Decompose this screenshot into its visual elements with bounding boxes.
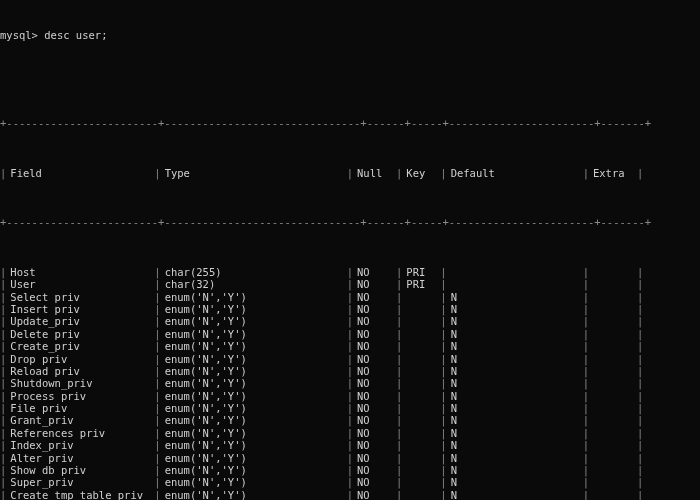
cell-extra: [589, 427, 637, 439]
cell-type: enum('N','Y'): [161, 340, 347, 352]
cell-extra: [589, 476, 637, 488]
cell-null: NO: [353, 427, 396, 439]
cell-default: N: [447, 340, 583, 352]
table-row: |Show_db_priv|enum('N','Y')|NO||N||: [0, 464, 700, 476]
table-row: |Insert_priv|enum('N','Y')|NO||N||: [0, 303, 700, 315]
table-row: |Create_priv|enum('N','Y')|NO||N||: [0, 340, 700, 352]
cell-key: [402, 489, 440, 500]
col-default: Default: [447, 167, 583, 179]
cell-extra: [589, 266, 637, 278]
describe-output-table: +------------------------+--------------…: [0, 80, 700, 500]
cell-default: [447, 278, 583, 290]
table-row: |Delete_priv|enum('N','Y')|NO||N||: [0, 328, 700, 340]
cell-default: N: [447, 489, 583, 500]
cell-type: enum('N','Y'): [161, 464, 347, 476]
cell-field: Delete_priv: [6, 328, 154, 340]
cell-default: N: [447, 464, 583, 476]
cell-null: NO: [353, 315, 396, 327]
col-type: Type: [161, 167, 347, 179]
cell-extra: [589, 315, 637, 327]
cell-key: [402, 464, 440, 476]
cell-key: [402, 340, 440, 352]
cell-extra: [589, 464, 637, 476]
cell-default: N: [447, 365, 583, 377]
cell-type: enum('N','Y'): [161, 303, 347, 315]
cell-type: enum('N','Y'): [161, 377, 347, 389]
table-row: |Process_priv|enum('N','Y')|NO||N||: [0, 390, 700, 402]
cell-field: Host: [6, 266, 154, 278]
cell-field: References_priv: [6, 427, 154, 439]
cell-extra: [589, 402, 637, 414]
table-row: |Drop_priv|enum('N','Y')|NO||N||: [0, 353, 700, 365]
cell-null: NO: [353, 365, 396, 377]
cell-null: NO: [353, 439, 396, 451]
cell-field: File_priv: [6, 402, 154, 414]
cell-extra: [589, 291, 637, 303]
cell-field: Reload_priv: [6, 365, 154, 377]
cell-key: [402, 315, 440, 327]
table-row: |Select_priv|enum('N','Y')|NO||N||: [0, 291, 700, 303]
cell-default: N: [447, 427, 583, 439]
cell-key: [402, 390, 440, 402]
cell-field: Show_db_priv: [6, 464, 154, 476]
table-row: |Host|char(255)|NO|PRI|||: [0, 266, 700, 278]
cell-null: NO: [353, 464, 396, 476]
cell-default: [447, 266, 583, 278]
table-header: | Field| Type| Null| Key| Default| Extra…: [0, 167, 700, 179]
table-row: |User|char(32)|NO|PRI|||: [0, 278, 700, 290]
cell-field: Grant_priv: [6, 414, 154, 426]
col-field: Field: [6, 167, 154, 179]
cell-field: Insert_priv: [6, 303, 154, 315]
cell-null: NO: [353, 303, 396, 315]
table-row: |Update_priv|enum('N','Y')|NO||N||: [0, 315, 700, 327]
cell-null: NO: [353, 377, 396, 389]
table-row: |Create_tmp_table_priv|enum('N','Y')|NO|…: [0, 489, 700, 500]
cell-null: NO: [353, 452, 396, 464]
cell-null: NO: [353, 489, 396, 500]
cell-default: N: [447, 402, 583, 414]
cell-extra: [589, 414, 637, 426]
cell-extra: [589, 390, 637, 402]
cell-extra: [589, 353, 637, 365]
cell-type: enum('N','Y'): [161, 414, 347, 426]
cell-type: enum('N','Y'): [161, 291, 347, 303]
cell-default: N: [447, 439, 583, 451]
cell-type: enum('N','Y'): [161, 452, 347, 464]
cell-null: NO: [353, 291, 396, 303]
cell-key: [402, 365, 440, 377]
cell-extra: [589, 489, 637, 500]
cell-default: N: [447, 303, 583, 315]
cell-type: enum('N','Y'): [161, 439, 347, 451]
cell-extra: [589, 452, 637, 464]
cell-key: [402, 377, 440, 389]
cell-field: Create_tmp_table_priv: [6, 489, 154, 500]
cell-key: [402, 452, 440, 464]
cell-key: PRI: [402, 266, 440, 278]
cell-extra: [589, 278, 637, 290]
cell-null: NO: [353, 402, 396, 414]
cell-type: enum('N','Y'): [161, 390, 347, 402]
cell-default: N: [447, 414, 583, 426]
cell-null: NO: [353, 353, 396, 365]
cell-type: enum('N','Y'): [161, 328, 347, 340]
cell-key: [402, 476, 440, 488]
cell-type: enum('N','Y'): [161, 427, 347, 439]
cell-key: [402, 328, 440, 340]
cell-field: Create_priv: [6, 340, 154, 352]
cell-type: enum('N','Y'): [161, 402, 347, 414]
cell-key: [402, 303, 440, 315]
cell-default: N: [447, 452, 583, 464]
cell-null: NO: [353, 476, 396, 488]
cell-key: PRI: [402, 278, 440, 290]
col-extra: Extra: [589, 167, 637, 179]
cell-extra: [589, 365, 637, 377]
table-row: |File_priv|enum('N','Y')|NO||N||: [0, 402, 700, 414]
cell-default: N: [447, 291, 583, 303]
table-row: |Grant_priv|enum('N','Y')|NO||N||: [0, 414, 700, 426]
cell-null: NO: [353, 278, 396, 290]
cell-null: NO: [353, 266, 396, 278]
cell-extra: [589, 340, 637, 352]
mysql-prompt[interactable]: mysql> desc user;: [0, 29, 700, 41]
table-row: |Super_priv|enum('N','Y')|NO||N||: [0, 476, 700, 488]
cell-field: Update_priv: [6, 315, 154, 327]
